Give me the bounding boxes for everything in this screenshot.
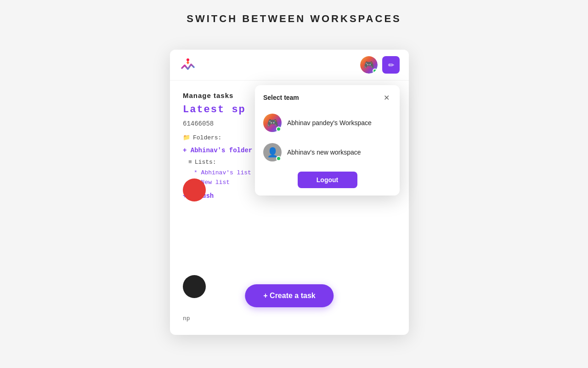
select-team-modal: Select team ✕ 🎮 Abhinav pandey's Workspa… — [255, 85, 400, 196]
workspace-2-avatar: 👤 — [263, 143, 282, 161]
logout-button[interactable]: Logout — [298, 172, 357, 188]
modal-close-button[interactable]: ✕ — [381, 92, 391, 103]
logout-area: Logout — [255, 167, 400, 196]
modal-title: Select team — [263, 94, 299, 101]
workspace-2-name: Abhinav's new workspace — [287, 149, 361, 156]
modal-overlay: Select team ✕ 🎮 Abhinav pandey's Workspa… — [0, 0, 588, 368]
workspace-2-online-dot — [276, 156, 281, 161]
workspace-1-online-dot — [276, 126, 281, 132]
modal-header: Select team ✕ — [255, 85, 400, 108]
workspace-item-1[interactable]: 🎮 Abhinav pandey's Workspace — [255, 108, 400, 138]
workspace-1-avatar: 🎮 — [263, 114, 282, 132]
workspace-item-2[interactable]: 👤 Abhinav's new workspace — [255, 138, 400, 167]
workspace-1-name: Abhinav pandey's Workspace — [287, 119, 372, 126]
